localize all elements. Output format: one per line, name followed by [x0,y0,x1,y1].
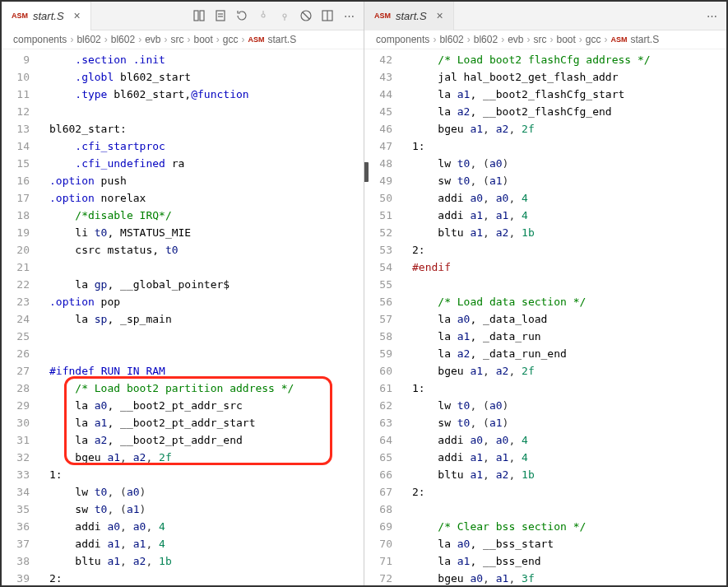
code-line[interactable] [43,345,364,362]
code-line[interactable]: la a2, __boot2_flashCfg_end [406,103,726,120]
code-line[interactable]: bgeu a1, a2, 2f [406,120,726,137]
code-line[interactable]: sw t0, (a1) [43,501,364,518]
breadcrumb-segment[interactable]: boot [193,34,212,45]
code-line[interactable]: la a1, __bss_end [406,552,726,570]
code-line[interactable]: addi a0, a0, 4 [43,518,364,535]
line-number[interactable]: 67 [364,483,392,501]
code-line[interactable]: lw t0, (a0) [406,397,726,414]
code-line[interactable]: la a0, __boot2_pt_addr_src [43,397,364,414]
breadcrumb-segment[interactable]: gcc [586,34,601,45]
line-number[interactable]: 18 [2,207,30,224]
code-line[interactable]: /* Load boot2 partition address */ [43,380,364,397]
code-line[interactable]: sw t0, (a1) [406,172,726,189]
breadcrumb-file[interactable]: start.S [631,34,660,45]
line-number[interactable]: 45 [364,103,392,120]
code-line[interactable]: la a2, __boot2_pt_addr_end [43,431,364,449]
line-number[interactable]: 49 [364,172,392,189]
breadcrumb-segment[interactable]: bl602 [77,34,100,45]
code-line[interactable]: .cfi_startproc [43,137,364,155]
code-line[interactable]: la a1, __boot2_pt_addr_start [43,414,364,431]
code-line[interactable]: addi a1, a1, 4 [406,207,726,224]
code-line[interactable] [43,103,364,120]
code-line[interactable] [406,276,726,293]
code-line[interactable]: .section .init [43,51,364,68]
breadcrumb-segment[interactable]: bl602 [111,34,135,45]
line-number[interactable]: 63 [364,414,392,431]
line-number[interactable]: 35 [2,501,30,518]
breadcrumb-segment[interactable]: bl602 [439,34,463,45]
line-number[interactable]: 15 [2,155,30,172]
tab-start-s-left[interactable]: ASM start.S × [2,2,91,30]
line-number[interactable]: 71 [364,552,392,570]
line-number[interactable]: 68 [364,501,392,518]
code-line[interactable]: bgeu a1, a2, 2f [43,449,364,466]
code-line[interactable]: sw t0, (a1) [406,414,726,431]
line-number[interactable]: 33 [2,466,30,483]
line-number[interactable]: 10 [2,68,30,86]
code-line[interactable]: bltu a1, a2, 1b [43,552,364,570]
line-number[interactable]: 53 [364,241,392,259]
code-line[interactable]: bgeu a1, a2, 2f [406,362,726,380]
code-line[interactable]: /* Clear bss section */ [406,518,726,535]
line-number[interactable]: 54 [364,259,392,276]
line-number[interactable]: 36 [2,518,30,535]
line-number[interactable]: 66 [364,466,392,483]
diff-file-icon[interactable] [214,9,227,22]
line-number[interactable]: 29 [2,397,30,414]
stop-icon[interactable] [299,9,313,22]
breadcrumb-segment[interactable]: components [13,34,67,45]
editor-left[interactable]: 9101112131415161718192021222324252627282… [2,49,364,585]
prev-change-icon[interactable] [257,9,270,22]
breadcrumb-segment[interactable]: gcc [223,34,239,45]
code-line[interactable]: 1: [43,466,364,483]
code-line[interactable]: .globl bl602_start [43,68,364,86]
line-number[interactable]: 42 [364,51,392,68]
line-number[interactable]: 13 [2,120,30,137]
breadcrumb-right[interactable]: components›bl602›bl602›evb›src›boot›gcc›… [364,30,726,49]
line-number[interactable]: 52 [364,224,392,241]
line-number[interactable]: 11 [2,86,30,103]
code-line[interactable]: /* Load data section */ [406,293,726,310]
line-number[interactable]: 19 [2,224,30,241]
line-number[interactable]: 59 [364,345,392,362]
layout-icon[interactable] [321,9,334,22]
code-line[interactable]: la a2, _data_run_end [406,345,726,362]
line-number[interactable]: 37 [2,535,30,552]
code-line[interactable]: 1: [406,137,726,155]
line-number[interactable]: 57 [364,310,392,328]
line-number[interactable]: 17 [2,189,30,207]
more-icon[interactable]: ⋯ [705,9,718,22]
code-line[interactable]: la sp, _sp_main [43,310,364,328]
code-line[interactable]: la gp, __global_pointer$ [43,276,364,293]
breadcrumb-segment[interactable]: src [170,34,183,45]
line-number[interactable]: 62 [364,397,392,414]
code-line[interactable]: la a1, __boot2_flashCfg_start [406,86,726,103]
code-line[interactable]: .option pop [43,293,364,310]
next-change-icon[interactable] [278,9,291,22]
breadcrumb-left[interactable]: components›bl602›bl602›evb›src›boot›gcc›… [2,30,364,49]
line-number[interactable]: 64 [364,431,392,449]
code-line[interactable] [406,501,726,518]
line-number[interactable]: 55 [364,276,392,293]
line-number[interactable]: 32 [2,449,30,466]
line-number[interactable]: 20 [2,241,30,259]
code-line[interactable]: 2: [406,241,726,259]
editor-right[interactable]: 4243444546474849505152535455565758596061… [364,49,726,585]
line-number[interactable]: 72 [364,570,392,585]
breadcrumb-segment[interactable]: components [376,34,429,45]
revert-icon[interactable] [235,9,248,22]
split-handle[interactable] [364,162,369,182]
close-icon[interactable]: × [437,9,443,22]
line-number[interactable]: 46 [364,120,392,137]
code-line[interactable] [43,328,364,345]
code-line[interactable]: .type bl602_start,@function [43,86,364,103]
code-line[interactable]: la a0, _data_load [406,310,726,328]
line-number[interactable]: 22 [2,276,30,293]
code-line[interactable]: la a0, __bss_start [406,535,726,552]
code-line[interactable]: lw t0, (a0) [43,483,364,501]
code-line[interactable]: li t0, MSTATUS_MIE [43,224,364,241]
breadcrumb-segment[interactable]: src [533,34,546,45]
line-number[interactable]: 21 [2,259,30,276]
breadcrumb-file[interactable]: start.S [268,34,297,45]
code-line[interactable]: .option norelax [43,189,364,207]
